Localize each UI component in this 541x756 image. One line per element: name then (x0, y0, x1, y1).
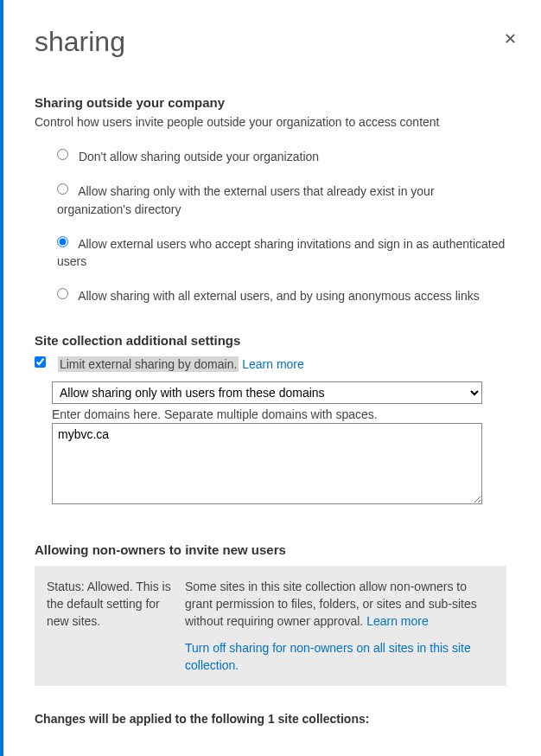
limit-domain-label: Limit external sharing by domain. (58, 356, 239, 372)
sharing-dialog: ✕ sharing Sharing outside your company C… (0, 0, 541, 756)
domain-textarea[interactable] (52, 423, 482, 504)
radio-existing-external[interactable] (57, 183, 68, 195)
turn-off-nonowners-link[interactable]: Turn off sharing for non-owners on all s… (185, 639, 494, 675)
radio-option-anonymous[interactable]: Allow sharing with all external users, a… (57, 287, 506, 304)
radio-option-no-sharing[interactable]: Don't allow sharing outside your organiz… (57, 148, 506, 165)
domain-mode-select[interactable]: Allow sharing only with users from these… (52, 381, 482, 404)
scroll-area[interactable]: Sharing outside your company Control how… (35, 95, 525, 747)
section-additional-title: Site collection additional settings (35, 333, 506, 348)
footer-note: Changes will be applied to the following… (35, 712, 506, 726)
learn-more-link-nonowners[interactable]: Learn more (366, 614, 429, 628)
nonowners-status-text: Status: Allowed. This is the default set… (47, 578, 185, 674)
section-outside-title: Sharing outside your company (35, 95, 506, 110)
radio-anonymous[interactable] (57, 288, 68, 299)
sharing-radio-group: Don't allow sharing outside your organiz… (35, 148, 506, 305)
nonowners-status-panel: Status: Allowed. This is the default set… (35, 566, 506, 686)
radio-authenticated[interactable] (57, 236, 68, 247)
radio-no-sharing[interactable] (57, 149, 68, 160)
radio-option-existing-external[interactable]: Allow sharing only with the external use… (57, 183, 506, 218)
radio-label: Allow sharing only with the external use… (57, 184, 435, 215)
radio-label: Allow sharing with all external users, a… (78, 289, 480, 303)
section-outside-desc: Control how users invite people outside … (35, 115, 506, 129)
radio-label: Allow external users who accept sharing … (57, 237, 505, 268)
section-nonowners-title: Allowing non-owners to invite new users (35, 542, 506, 557)
nonowners-explanation-block: Some sites in this site collection allow… (185, 578, 494, 674)
limit-domain-checkbox[interactable] (35, 356, 46, 368)
radio-label: Don't allow sharing outside your organiz… (79, 150, 319, 163)
radio-option-authenticated[interactable]: Allow external users who accept sharing … (57, 235, 506, 271)
page-title: sharing (35, 26, 506, 58)
close-button[interactable]: ✕ (504, 29, 517, 48)
domain-hint: Enter domains here. Separate multiple do… (52, 407, 506, 421)
nonowners-explanation: Some sites in this site collection allow… (185, 580, 477, 629)
limit-domain-row: Limit external sharing by domain. Learn … (35, 356, 506, 371)
learn-more-link-domain[interactable]: Learn more (242, 357, 304, 371)
